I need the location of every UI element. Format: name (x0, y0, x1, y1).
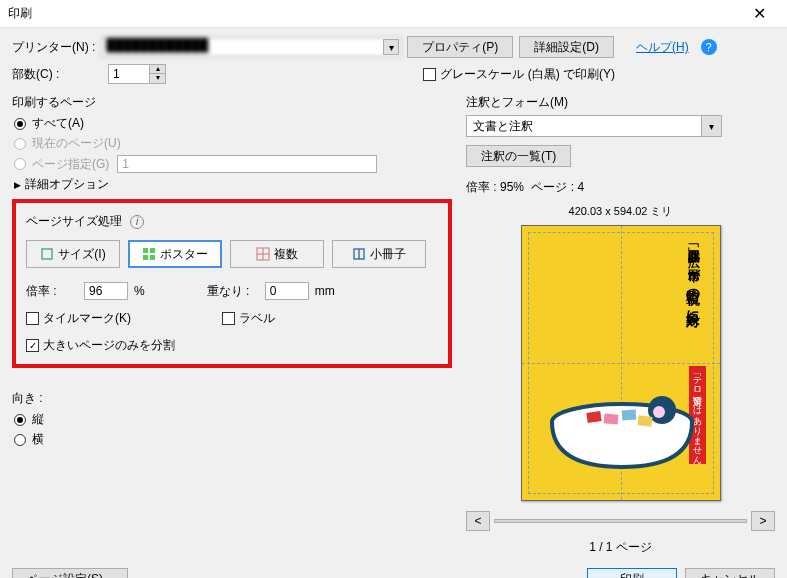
page-setup-button[interactable]: ページ設定(S)... (12, 568, 128, 578)
pages-value: 4 (577, 180, 584, 194)
triangle-right-icon: ▶ (14, 180, 21, 190)
window-title: 印刷 (8, 5, 739, 22)
advanced-settings-button[interactable]: 詳細設定(D) (519, 36, 614, 58)
help-icon[interactable]: ? (701, 39, 717, 55)
svg-rect-4 (150, 255, 155, 260)
printer-select[interactable]: ████████████ ▾ (101, 37, 401, 57)
overlap-label: 重なり : (207, 283, 259, 300)
chevron-down-icon: ▾ (701, 116, 721, 136)
radio-landscape[interactable]: 横 (14, 431, 452, 448)
page-indicator: 1 / 1 ページ (466, 539, 775, 556)
copies-label: 部数(C) : (12, 66, 102, 83)
printer-label: プリンター(N) : (12, 39, 95, 56)
zoom-label: 倍率 : (466, 180, 497, 194)
grayscale-checkbox[interactable]: グレースケール (白黒) で印刷(Y) (423, 66, 615, 83)
svg-rect-11 (586, 411, 601, 423)
radio-all[interactable]: すべて(A) (14, 115, 452, 132)
copies-spinner[interactable]: ▴▾ (108, 64, 166, 84)
close-icon[interactable]: ✕ (739, 0, 779, 28)
spinner-down-icon[interactable]: ▾ (150, 74, 165, 83)
ratio-input[interactable] (84, 282, 128, 300)
zoom-value: 95% (500, 180, 524, 194)
svg-rect-14 (637, 415, 652, 427)
tilemark-checkbox[interactable]: タイルマーク(K) (26, 310, 216, 327)
cancel-button[interactable]: キャンセル (685, 568, 775, 578)
label-checkbox[interactable]: ラベル (222, 310, 275, 327)
svg-point-10 (653, 406, 665, 418)
tab-multi[interactable]: 複数 (230, 240, 324, 268)
preview-thumbnail: 「共謀罪」 広い市民が 監視の 対象に 「テロ対策」ではありません (521, 225, 721, 501)
annotations-select[interactable]: 文書と注釈 ▾ (466, 115, 722, 137)
tab-poster[interactable]: ポスター (128, 240, 222, 268)
svg-rect-1 (143, 248, 148, 253)
svg-rect-12 (603, 413, 618, 424)
advanced-options-toggle[interactable]: ▶詳細オプション (14, 176, 452, 193)
svg-rect-3 (143, 255, 148, 260)
page-slider[interactable] (494, 519, 747, 523)
next-page-button[interactable]: > (751, 511, 775, 531)
radio-pages[interactable]: ページ指定(G) (14, 155, 452, 173)
overlap-input[interactable] (265, 282, 309, 300)
tab-booklet[interactable]: 小冊子 (332, 240, 426, 268)
pages-input[interactable] (117, 155, 377, 173)
chevron-down-icon: ▾ (383, 39, 399, 55)
print-button[interactable]: 印刷 (587, 568, 677, 578)
pagesize-title: ページサイズ処理 (26, 213, 122, 230)
tab-size[interactable]: サイズ(I) (26, 240, 120, 268)
preview-dimensions: 420.03 x 594.02 ミリ (466, 204, 775, 219)
info-icon[interactable]: i (130, 215, 144, 229)
copies-input[interactable] (109, 65, 149, 83)
split-large-checkbox[interactable]: ✓大きいページのみを分割 (26, 337, 175, 354)
annotations-list-button[interactable]: 注釈の一覧(T) (466, 145, 571, 167)
properties-button[interactable]: プロパティ(P) (407, 36, 513, 58)
help-link[interactable]: ヘルプ(H) (636, 39, 689, 56)
svg-rect-13 (621, 410, 636, 421)
ratio-label: 倍率 : (26, 283, 78, 300)
print-range-title: 印刷するページ (12, 94, 452, 111)
svg-rect-2 (150, 248, 155, 253)
pages-label: ページ : (531, 180, 574, 194)
radio-current[interactable]: 現在のページ(U) (14, 135, 452, 152)
radio-portrait[interactable]: 縦 (14, 411, 452, 428)
annotations-title: 注釈とフォーム(M) (466, 94, 775, 111)
svg-rect-0 (42, 249, 52, 259)
orientation-title: 向き : (12, 390, 452, 407)
prev-page-button[interactable]: < (466, 511, 490, 531)
